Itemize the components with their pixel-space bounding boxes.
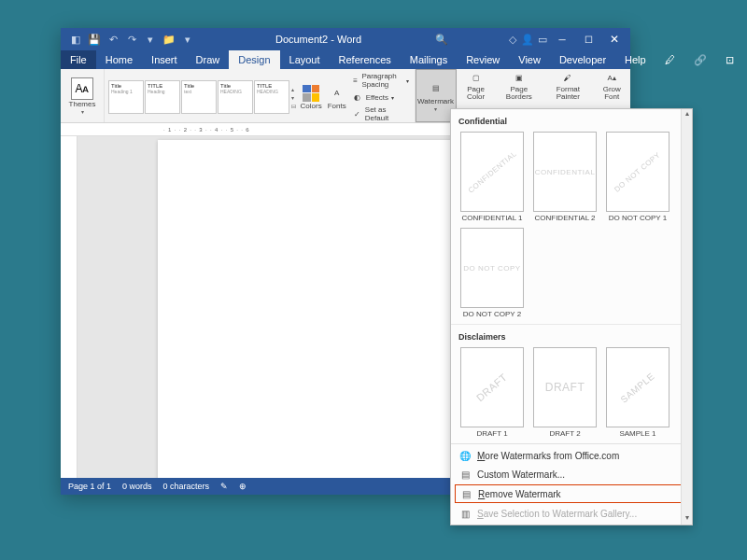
tab-file[interactable]: File (61, 50, 96, 69)
remove-watermark-menuitem[interactable]: ▤Remove Watermark (455, 484, 688, 503)
globe-icon: 🌐 (458, 449, 472, 462)
style-set-item[interactable]: TITLEHEADING (254, 80, 289, 114)
section-title: Confidential (457, 113, 686, 130)
window-controls: ─ ☐ ✕ (550, 30, 630, 49)
watermark-section-disclaimers: Disclaimers DRAFTDRAFT 1 DRAFTDRAFT 2 SA… (451, 325, 692, 443)
tab-layout[interactable]: Layout (280, 50, 330, 69)
tab-home[interactable]: Home (96, 50, 142, 69)
chevron-down-icon: ▾ (434, 105, 437, 112)
fonts-icon: A (329, 85, 345, 102)
autosave-icon[interactable]: ◧ (68, 32, 83, 47)
set-default-button[interactable]: ✓Set as Default (350, 105, 411, 123)
tab-insert[interactable]: Insert (142, 50, 187, 69)
ribbon-tabs: File Home Insert Draw Design Layout Refe… (61, 50, 630, 69)
style-set-item[interactable]: TITLEHeading (145, 80, 180, 114)
chevron-down-icon: ▾ (391, 94, 394, 101)
watermark-section-confidential: Confidential CONFIDENTIALCONFIDENTIAL 1 … (451, 109, 692, 324)
watermark-draft-1[interactable]: DRAFTDRAFT 1 (458, 347, 526, 438)
search-icon[interactable]: 🔍 (434, 32, 449, 47)
tab-view[interactable]: View (509, 50, 550, 69)
format-painter-label: Format Painter (544, 86, 591, 101)
qat-dropdown-icon[interactable]: ▾ (180, 32, 195, 47)
grow-font-icon: A▴ (603, 69, 620, 86)
watermark-do-not-copy-1[interactable]: DO NOT COPYDO NOT COPY 1 (604, 132, 671, 222)
remove-icon: ▤ (459, 487, 472, 500)
tab-draw[interactable]: Draw (187, 50, 230, 69)
diamond-icon[interactable]: ◇ (505, 32, 520, 47)
ribbon-group-themes: Aᴀ Themes ▾ (61, 69, 105, 122)
watermark-icon: ▤ (428, 80, 444, 97)
watermark-draft-2[interactable]: DRAFTDRAFT 2 (531, 347, 599, 438)
style-gallery[interactable]: TitleHeading 1 TITLEHeading Titletext Ti… (108, 80, 289, 114)
window-title: Document2 - Word (203, 34, 434, 45)
status-accessibility-icon[interactable]: ⊕ (239, 482, 247, 491)
watermark-sample-1[interactable]: SAMPLESAMPLE 1 (604, 347, 671, 438)
chevron-down-icon: ▾ (81, 108, 84, 115)
page-color-label: Page Color (458, 86, 494, 101)
quick-access-toolbar: ◧ 💾 ↶ ↷ ▾ 📁 ▾ (61, 32, 203, 47)
page-icon: ▤ (458, 468, 472, 481)
watermark-label: Watermark (417, 97, 454, 105)
fonts-button[interactable]: A Fonts (326, 85, 348, 110)
page-borders-label: Page Borders (498, 86, 542, 101)
chevron-down-icon: ▾ (406, 77, 409, 84)
tab-developer[interactable]: Developer (550, 50, 615, 69)
qat-more-icon[interactable]: ▾ (143, 32, 158, 47)
ribbon-display-icon[interactable]: ▭ (535, 32, 550, 47)
save-selection-icon: ▥ (458, 507, 472, 520)
themes-button[interactable]: Aᴀ Themes ▾ (64, 77, 100, 115)
style-set-item[interactable]: TitleHeading 1 (108, 80, 144, 114)
tab-design[interactable]: Design (229, 50, 279, 69)
page-color-icon: ▢ (468, 69, 485, 86)
status-words[interactable]: 0 words (122, 482, 152, 491)
gallery-more-icon[interactable]: ⊟ (291, 103, 297, 109)
panel-scrollbar[interactable]: ▴ ▾ (681, 109, 692, 525)
themes-icon: Aᴀ (71, 77, 93, 100)
paragraph-spacing-icon: ≡ (352, 75, 359, 86)
watermark-dropdown-panel: Confidential CONFIDENTIALCONFIDENTIAL 1 … (450, 108, 693, 525)
section-title: Disclaimers (457, 329, 686, 345)
fonts-label: Fonts (328, 102, 346, 110)
scroll-up-icon[interactable]: ▴ (682, 109, 692, 120)
page-borders-icon: ▣ (511, 69, 528, 86)
formatting-options: ≡Paragraph Spacing▾ ◐Effects▾ ✓Set as De… (350, 71, 411, 123)
folder-icon[interactable]: 📁 (162, 32, 176, 47)
effects-button[interactable]: ◐Effects▾ (350, 91, 411, 104)
more-watermarks-menuitem[interactable]: 🌐More Watermarks from Office.com› (451, 446, 692, 465)
tab-help[interactable]: Help (615, 50, 655, 69)
gallery-down-icon[interactable]: ▾ (291, 94, 297, 101)
tab-review[interactable]: Review (457, 50, 509, 69)
minimize-button[interactable]: ─ (550, 30, 574, 49)
tab-mailings[interactable]: Mailings (401, 50, 457, 69)
status-page[interactable]: Page 1 of 1 (68, 482, 111, 491)
style-set-item[interactable]: Titletext (181, 80, 217, 114)
scroll-down-icon[interactable]: ▾ (682, 513, 692, 525)
vertical-ruler[interactable] (61, 136, 78, 478)
collapse-ribbon-icon[interactable]: ⊡ (716, 50, 743, 69)
colors-button[interactable]: Colors (299, 85, 324, 110)
share-icon[interactable]: 🖊 (655, 50, 684, 69)
gallery-up-icon[interactable]: ▴ (291, 86, 297, 92)
comments-icon[interactable]: 🔗 (684, 50, 716, 69)
grow-font-label: Grow Font (595, 86, 628, 101)
watermark-confidential-1[interactable]: CONFIDENTIALCONFIDENTIAL 1 (458, 132, 526, 222)
style-set-item[interactable]: TitleHEADING (218, 80, 253, 114)
checkmark-icon: ✓ (352, 108, 362, 119)
close-button[interactable]: ✕ (602, 30, 627, 49)
maximize-button[interactable]: ☐ (576, 30, 600, 49)
account-icon[interactable]: 👤 (520, 32, 535, 47)
colors-icon (303, 85, 319, 102)
paragraph-spacing-button[interactable]: ≡Paragraph Spacing▾ (350, 71, 411, 90)
status-chars[interactable]: 0 characters (163, 482, 210, 491)
watermark-confidential-2[interactable]: CONFIDENTIALCONFIDENTIAL 2 (531, 132, 599, 222)
ribbon-group-doc-formatting: TitleHeading 1 TITLEHeading Titletext Ti… (105, 69, 416, 122)
effects-icon: ◐ (352, 91, 363, 103)
colors-label: Colors (301, 102, 322, 110)
undo-icon[interactable]: ↶ (106, 32, 120, 47)
custom-watermark-menuitem[interactable]: ▤Custom Watermark... (451, 465, 692, 483)
watermark-do-not-copy-2[interactable]: DO NOT COPYDO NOT COPY 2 (458, 228, 526, 318)
save-icon[interactable]: 💾 (87, 32, 102, 47)
status-proofing-icon[interactable]: ✎ (220, 482, 228, 491)
redo-icon[interactable]: ↷ (124, 32, 139, 47)
tab-references[interactable]: References (330, 50, 401, 69)
